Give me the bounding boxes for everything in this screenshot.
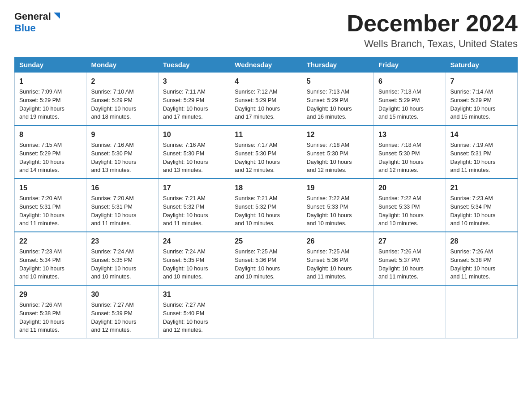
calendar-table: SundayMondayTuesdayWednesdayThursdayFrid… bbox=[14, 57, 518, 338]
day-number: 13 bbox=[378, 129, 441, 140]
day-cell-3: 3Sunrise: 7:11 AM Sunset: 5:29 PM Daylig… bbox=[158, 73, 230, 126]
day-number: 12 bbox=[307, 129, 369, 140]
day-number: 20 bbox=[378, 183, 441, 193]
day-info: Sunrise: 7:23 AM Sunset: 5:34 PM Dayligh… bbox=[450, 194, 513, 228]
day-number: 25 bbox=[235, 236, 297, 247]
day-info: Sunrise: 7:24 AM Sunset: 5:35 PM Dayligh… bbox=[91, 248, 153, 281]
day-cell-25: 25Sunrise: 7:25 AM Sunset: 5:36 PM Dayli… bbox=[230, 232, 302, 285]
location-title: Wells Branch, Texas, United States bbox=[347, 38, 518, 50]
empty-cell bbox=[302, 285, 373, 338]
day-number: 9 bbox=[91, 129, 153, 140]
day-cell-27: 27Sunrise: 7:26 AM Sunset: 5:37 PM Dayli… bbox=[374, 232, 446, 285]
day-info: Sunrise: 7:26 AM Sunset: 5:38 PM Dayligh… bbox=[19, 301, 82, 334]
day-cell-8: 8Sunrise: 7:15 AM Sunset: 5:29 PM Daylig… bbox=[15, 125, 86, 179]
day-cell-5: 5Sunrise: 7:13 AM Sunset: 5:29 PM Daylig… bbox=[302, 73, 373, 126]
day-info: Sunrise: 7:22 AM Sunset: 5:33 PM Dayligh… bbox=[307, 194, 369, 228]
day-number: 2 bbox=[91, 76, 153, 87]
weekday-header-tuesday: Tuesday bbox=[158, 57, 230, 73]
day-number: 5 bbox=[307, 76, 369, 87]
empty-cell bbox=[374, 285, 446, 338]
day-cell-7: 7Sunrise: 7:14 AM Sunset: 5:29 PM Daylig… bbox=[446, 73, 517, 126]
day-info: Sunrise: 7:19 AM Sunset: 5:31 PM Dayligh… bbox=[450, 141, 513, 175]
day-info: Sunrise: 7:20 AM Sunset: 5:31 PM Dayligh… bbox=[91, 194, 153, 228]
day-info: Sunrise: 7:22 AM Sunset: 5:33 PM Dayligh… bbox=[378, 194, 441, 228]
day-number: 8 bbox=[19, 129, 82, 140]
day-info: Sunrise: 7:20 AM Sunset: 5:31 PM Dayligh… bbox=[19, 194, 82, 228]
week-row-3: 15Sunrise: 7:20 AM Sunset: 5:31 PM Dayli… bbox=[15, 179, 518, 232]
logo-general: General bbox=[14, 11, 51, 22]
day-cell-31: 31Sunrise: 7:27 AM Sunset: 5:40 PM Dayli… bbox=[158, 285, 230, 338]
day-info: Sunrise: 7:18 AM Sunset: 5:30 PM Dayligh… bbox=[307, 141, 369, 175]
weekday-header-sunday: Sunday bbox=[15, 57, 86, 73]
day-cell-17: 17Sunrise: 7:21 AM Sunset: 5:32 PM Dayli… bbox=[158, 179, 230, 232]
day-cell-28: 28Sunrise: 7:26 AM Sunset: 5:38 PM Dayli… bbox=[446, 232, 517, 285]
day-cell-15: 15Sunrise: 7:20 AM Sunset: 5:31 PM Dayli… bbox=[15, 179, 86, 232]
logo-blue: Blue bbox=[14, 22, 36, 34]
day-info: Sunrise: 7:26 AM Sunset: 5:38 PM Dayligh… bbox=[450, 248, 513, 281]
day-cell-6: 6Sunrise: 7:13 AM Sunset: 5:29 PM Daylig… bbox=[374, 73, 446, 126]
day-info: Sunrise: 7:21 AM Sunset: 5:32 PM Dayligh… bbox=[235, 194, 297, 228]
day-cell-20: 20Sunrise: 7:22 AM Sunset: 5:33 PM Dayli… bbox=[374, 179, 446, 232]
day-info: Sunrise: 7:26 AM Sunset: 5:37 PM Dayligh… bbox=[378, 248, 441, 281]
day-cell-11: 11Sunrise: 7:17 AM Sunset: 5:30 PM Dayli… bbox=[230, 125, 302, 179]
day-cell-10: 10Sunrise: 7:16 AM Sunset: 5:30 PM Dayli… bbox=[158, 125, 230, 179]
day-cell-26: 26Sunrise: 7:25 AM Sunset: 5:36 PM Dayli… bbox=[302, 232, 373, 285]
day-info: Sunrise: 7:12 AM Sunset: 5:29 PM Dayligh… bbox=[235, 88, 297, 121]
day-info: Sunrise: 7:25 AM Sunset: 5:36 PM Dayligh… bbox=[307, 248, 369, 281]
title-area: December 2024 Wells Branch, Texas, Unite… bbox=[347, 11, 518, 50]
week-row-4: 22Sunrise: 7:23 AM Sunset: 5:34 PM Dayli… bbox=[15, 232, 518, 285]
day-number: 21 bbox=[450, 183, 513, 193]
day-cell-14: 14Sunrise: 7:19 AM Sunset: 5:31 PM Dayli… bbox=[446, 125, 517, 179]
day-info: Sunrise: 7:17 AM Sunset: 5:30 PM Dayligh… bbox=[235, 141, 297, 175]
svg-marker-0 bbox=[54, 13, 60, 19]
day-cell-24: 24Sunrise: 7:24 AM Sunset: 5:35 PM Dayli… bbox=[158, 232, 230, 285]
weekday-header-wednesday: Wednesday bbox=[230, 57, 302, 73]
day-number: 26 bbox=[307, 236, 369, 247]
day-cell-4: 4Sunrise: 7:12 AM Sunset: 5:29 PM Daylig… bbox=[230, 73, 302, 126]
day-cell-12: 12Sunrise: 7:18 AM Sunset: 5:30 PM Dayli… bbox=[302, 125, 373, 179]
day-number: 11 bbox=[235, 129, 297, 140]
day-number: 16 bbox=[91, 183, 153, 193]
logo-triangle-icon bbox=[52, 11, 62, 21]
day-number: 27 bbox=[378, 236, 441, 247]
week-row-1: 1Sunrise: 7:09 AM Sunset: 5:29 PM Daylig… bbox=[15, 73, 518, 126]
day-info: Sunrise: 7:21 AM Sunset: 5:32 PM Dayligh… bbox=[163, 194, 225, 228]
day-cell-29: 29Sunrise: 7:26 AM Sunset: 5:38 PM Dayli… bbox=[15, 285, 86, 338]
weekday-header-monday: Monday bbox=[86, 57, 158, 73]
header: General Blue December 2024 Wells Branch,… bbox=[14, 11, 518, 50]
logo: General Blue bbox=[14, 11, 62, 34]
empty-cell bbox=[446, 285, 517, 338]
day-info: Sunrise: 7:11 AM Sunset: 5:29 PM Dayligh… bbox=[163, 88, 225, 121]
day-cell-19: 19Sunrise: 7:22 AM Sunset: 5:33 PM Dayli… bbox=[302, 179, 373, 232]
day-cell-30: 30Sunrise: 7:27 AM Sunset: 5:39 PM Dayli… bbox=[86, 285, 158, 338]
day-cell-22: 22Sunrise: 7:23 AM Sunset: 5:34 PM Dayli… bbox=[15, 232, 86, 285]
day-number: 14 bbox=[450, 129, 513, 140]
day-number: 6 bbox=[378, 76, 441, 87]
day-number: 31 bbox=[163, 289, 225, 300]
day-info: Sunrise: 7:09 AM Sunset: 5:29 PM Dayligh… bbox=[19, 88, 82, 121]
day-info: Sunrise: 7:25 AM Sunset: 5:36 PM Dayligh… bbox=[235, 248, 297, 281]
day-cell-18: 18Sunrise: 7:21 AM Sunset: 5:32 PM Dayli… bbox=[230, 179, 302, 232]
day-cell-21: 21Sunrise: 7:23 AM Sunset: 5:34 PM Dayli… bbox=[446, 179, 517, 232]
day-number: 7 bbox=[450, 76, 513, 87]
day-number: 4 bbox=[235, 76, 297, 87]
weekday-header-saturday: Saturday bbox=[446, 57, 517, 73]
day-info: Sunrise: 7:14 AM Sunset: 5:29 PM Dayligh… bbox=[450, 88, 513, 121]
weekday-header-row: SundayMondayTuesdayWednesdayThursdayFrid… bbox=[15, 57, 518, 73]
day-number: 29 bbox=[19, 289, 82, 300]
day-number: 19 bbox=[307, 183, 369, 193]
day-number: 22 bbox=[19, 236, 82, 247]
week-row-2: 8Sunrise: 7:15 AM Sunset: 5:29 PM Daylig… bbox=[15, 125, 518, 179]
day-number: 3 bbox=[163, 76, 225, 87]
day-info: Sunrise: 7:13 AM Sunset: 5:29 PM Dayligh… bbox=[378, 88, 441, 121]
day-cell-13: 13Sunrise: 7:18 AM Sunset: 5:30 PM Dayli… bbox=[374, 125, 446, 179]
month-title: December 2024 bbox=[347, 11, 518, 36]
day-number: 30 bbox=[91, 289, 153, 300]
day-number: 1 bbox=[19, 76, 82, 87]
week-row-5: 29Sunrise: 7:26 AM Sunset: 5:38 PM Dayli… bbox=[15, 285, 518, 338]
day-info: Sunrise: 7:27 AM Sunset: 5:40 PM Dayligh… bbox=[163, 301, 225, 334]
day-number: 24 bbox=[163, 236, 225, 247]
day-info: Sunrise: 7:24 AM Sunset: 5:35 PM Dayligh… bbox=[163, 248, 225, 281]
day-cell-16: 16Sunrise: 7:20 AM Sunset: 5:31 PM Dayli… bbox=[86, 179, 158, 232]
day-cell-2: 2Sunrise: 7:10 AM Sunset: 5:29 PM Daylig… bbox=[86, 73, 158, 126]
